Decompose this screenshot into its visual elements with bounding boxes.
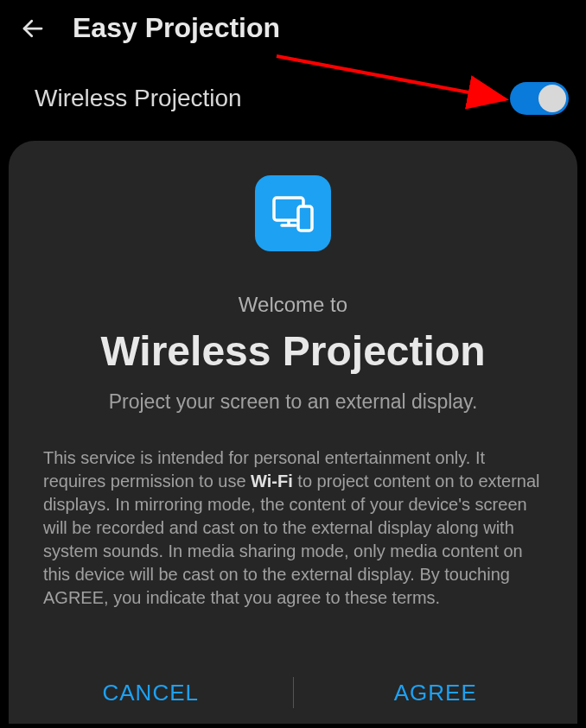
dialog-actions: CANCEL AGREE (9, 662, 577, 724)
welcome-label: Welcome to (239, 293, 347, 317)
wireless-projection-toggle[interactable] (510, 82, 569, 115)
toggle-label: Wireless Projection (35, 85, 242, 112)
dialog-title: Wireless Projection (100, 327, 485, 375)
back-button[interactable] (17, 13, 48, 44)
agree-button[interactable]: AGREE (294, 680, 578, 706)
projection-app-icon (255, 175, 331, 251)
wireless-projection-toggle-row: Wireless Projection (0, 56, 586, 132)
dialog-body-text: This service is intended for personal en… (9, 446, 577, 662)
body-bold: Wi-Fi (251, 472, 293, 491)
page-title: Easy Projection (73, 12, 280, 44)
cancel-button[interactable]: CANCEL (9, 680, 293, 706)
welcome-dialog: Welcome to Wireless Projection Project y… (9, 141, 577, 724)
svg-rect-6 (298, 206, 312, 231)
toggle-knob (538, 85, 566, 112)
arrow-left-icon (20, 16, 46, 41)
dialog-subtitle: Project your screen to an external displ… (83, 390, 504, 414)
body-post: to project content on to external displa… (43, 472, 540, 607)
screen-cast-icon (269, 189, 317, 237)
